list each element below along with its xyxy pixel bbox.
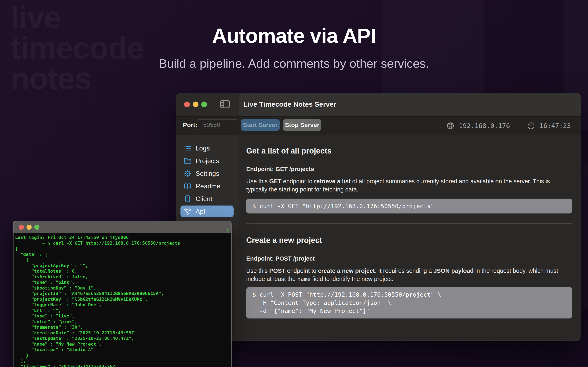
globe-icon [447,122,454,130]
terminal-line: "framerate" : "30", [15,324,231,330]
port-label: Port: [183,122,197,128]
hero-section: Automate via API Build a pipeline. Add c… [0,24,588,71]
api-nodes-icon [184,208,191,215]
terminal-line: "totalNotes" : 0, [15,268,231,274]
sidebar-item-label: Api [196,208,205,215]
terminal-line: "projectKey" : "l5bG2tfaG12Lk2wMVv1EaXUK… [15,296,231,302]
sidebar-item-label: Logs [196,145,210,152]
terminal-line: "data" : [ [15,252,231,257]
start-server-button[interactable]: Start Server [241,119,280,131]
server-app-window: Live Timecode Notes Server Port: Start S… [176,93,581,341]
terminal-line: "url" : "", [15,308,231,313]
curl-get-code-block: $ curl -X GET "http://192.168.0.176:5055… [246,199,572,213]
port-input[interactable] [197,119,238,130]
terminal-line: "shootingDay" : "Day 1", [15,285,231,291]
sidebar-item-api[interactable]: Api [181,206,233,217]
curl-post-code-block: $ curl -X POST "http://192.168.0.176:505… [246,287,572,318]
section-divider [246,223,572,224]
terminal-line: "projectId" : "A446765C52594112B956BA839… [15,291,231,296]
terminal-overflow-indicator: ] [226,229,229,234]
sidebar-item-label: Readme [196,183,220,190]
ip-address: 192.168.0.176 [459,122,510,130]
zoom-window-button[interactable] [201,101,207,107]
window-titlebar: Live Timecode Notes Server [176,93,581,116]
minimize-window-button[interactable] [26,225,32,230]
sidebar-toggle-icon[interactable] [220,100,230,108]
terminal-titlebar [13,221,231,233]
page-subtitle: Build a pipeline. Add comments by other … [0,57,588,71]
curl-get-command: $ curl -X GET "http://192.168.0.176:5055… [246,203,440,210]
sidebar-item-label: Projects [196,157,219,165]
terminal-line: ], [15,358,231,364]
page-title: Automate via API [0,24,588,48]
sidebar-item-projects[interactable]: Projects [181,155,233,167]
terminal-line: "tone" : "pink", [15,280,231,285]
terminal-line: Last login: Fri Oct 24 17:42:59 on ttys0… [15,235,231,240]
sidebar-item-client[interactable]: Client [181,193,233,205]
sidebar-item-readme[interactable]: Readme [181,180,233,192]
terminal-line: "color" : "pink", [15,319,231,325]
section-description: Use this GET endpoint to retrieve a list… [246,177,565,193]
section-endpoint: Endpoint: POST /project [246,255,315,262]
gear-icon [184,170,191,177]
terminal-line: "type" : "live", [15,313,231,319]
window-title: Live Timecode Notes Server [243,100,336,108]
terminal-line: "lastUpdate" : "2025-10-23T08:40:47Z", [15,336,231,341]
terminal-line: { [15,257,231,263]
clock-icon [527,122,535,130]
terminal-line: ~ % curl -X GET http://192.168.0.176:505… [15,240,231,246]
close-window-button[interactable] [184,101,190,107]
zoom-window-button[interactable] [34,225,39,230]
server-status-group: 192.168.0.176 16:47:23 [447,117,571,135]
section-description: Use this POST endpoint to create a new p… [246,267,565,283]
sidebar-item-label: Settings [196,170,219,177]
close-window-button[interactable] [19,225,24,230]
sidebar-item-label: Client [196,195,212,203]
terminal-line: "name" : "My New Project", [15,341,231,347]
curl-post-command: $ curl -X POST "http://192.168.0.176:505… [246,291,447,315]
sidebar-item-settings[interactable]: Settings [181,167,233,179]
section-endpoint: Endpoint: GET /projects [246,166,314,173]
section-heading: Get a list of all projects [246,147,332,155]
list-icon [184,144,191,152]
terminal-output: Last login: Fri Oct 24 17:42:59 on ttys0… [13,233,231,367]
terminal-line: "projectApiKey" : "", [15,263,231,268]
terminal-window: Last login: Fri Oct 24 17:42:59 on ttys0… [13,221,232,367]
terminal-line: "timestamp" : "2025-10-24T15:43:36Z" [15,364,231,367]
api-docs-content: Get a list of all projects Endpoint: GET… [239,135,581,341]
sidebar-item-logs[interactable]: Logs [181,142,233,154]
terminal-line: "creationDate" : "2025-10-22T18:43:59Z", [15,330,231,336]
page-background: live timecode notes Automate via API Bui… [0,0,588,367]
book-icon [184,182,191,190]
terminal-line: "loggerName" : "John Doe", [15,302,231,308]
section-heading: Create a new project [246,236,322,245]
terminal-line: "location" : "Studio A" [15,347,231,352]
terminal-line: "isArchived" : false, [15,274,231,280]
stop-server-button[interactable]: Stop Server [283,119,321,131]
folder-icon [184,157,191,165]
terminal-line: { [15,246,231,252]
server-time: 16:47:23 [539,122,571,130]
minimize-window-button[interactable] [193,101,199,107]
device-icon [184,195,191,203]
terminal-line: } [15,352,231,358]
server-toolbar: Port: Start Server Stop Server 192.168.0… [176,116,581,135]
section-divider [246,327,572,327]
